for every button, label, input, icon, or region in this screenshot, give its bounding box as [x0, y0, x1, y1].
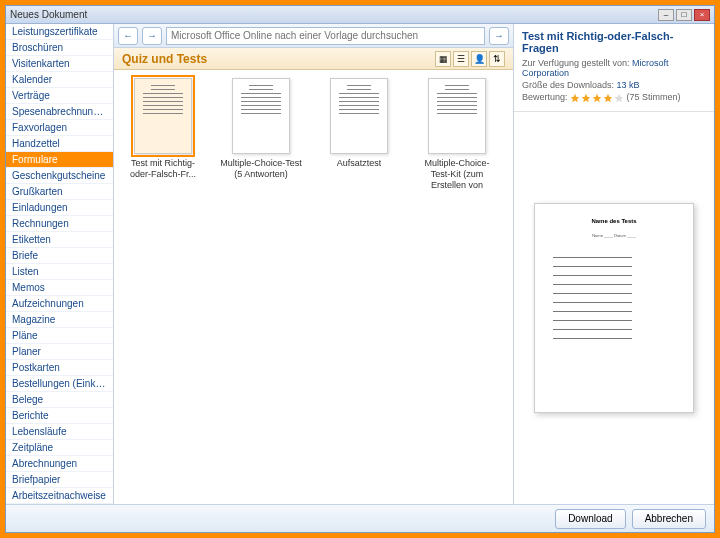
template-label: Multiple-Choice-Test (5 Antworten) [220, 158, 302, 190]
forward-button[interactable]: → [142, 27, 162, 45]
window-title: Neues Dokument [10, 9, 658, 20]
preview-area: Name des Tests Name ____ Datum ____ [514, 112, 714, 504]
titlebar: Neues Dokument – □ × [6, 6, 714, 24]
view-user-icon[interactable]: 👤 [471, 51, 487, 67]
sidebar-item[interactable]: Planer [6, 344, 113, 360]
preview-line [553, 293, 632, 294]
sidebar-item[interactable]: Broschüren [6, 40, 113, 56]
sidebar-item[interactable]: Einladungen [6, 200, 113, 216]
preview-line [553, 257, 632, 258]
dialog-footer: Download Abbrechen [6, 504, 714, 532]
sidebar-item[interactable]: Rechnungen [6, 216, 113, 232]
dialog-window: Neues Dokument – □ × Leistungszertifikat… [5, 5, 715, 533]
arrow-right-icon: → [147, 30, 157, 41]
sidebar-item[interactable]: Berichte [6, 408, 113, 424]
template-label: Test mit Richtig-oder-Falsch-Fr... [122, 158, 204, 190]
category-sidebar[interactable]: LeistungszertifikateBroschürenVisitenkar… [6, 24, 114, 504]
template-gallery: Test mit Richtig-oder-Falsch-Fr...Multip… [114, 70, 513, 504]
sidebar-item[interactable]: Bestellungen (Einkauf) [6, 376, 113, 392]
sidebar-item[interactable]: Kalender [6, 72, 113, 88]
preview-line [553, 311, 632, 312]
rating-label: Bewertung: [522, 92, 568, 102]
back-button[interactable]: ← [118, 27, 138, 45]
toolbar: ← → → [114, 24, 513, 48]
preview-line [553, 329, 632, 330]
search-input[interactable] [166, 27, 485, 45]
sidebar-item[interactable]: Magazine [6, 312, 113, 328]
close-button[interactable]: × [694, 9, 710, 21]
sidebar-item[interactable]: Pläne [6, 328, 113, 344]
template-label: Aufsatztest [337, 158, 382, 190]
sidebar-item[interactable]: Handzettel [6, 136, 113, 152]
minimize-button[interactable]: – [658, 9, 674, 21]
size-label: Größe des Downloads: [522, 80, 614, 90]
sidebar-item[interactable]: Arbeitszeitnachweise [6, 488, 113, 504]
template-thumbnail [428, 78, 486, 154]
sidebar-item[interactable]: Etiketten [6, 232, 113, 248]
sidebar-item[interactable]: Aufzeichnungen [6, 296, 113, 312]
category-title: Quiz und Tests [122, 52, 435, 66]
preview-line [553, 275, 632, 276]
sidebar-item[interactable]: Briefpapier [6, 472, 113, 488]
preview-line [553, 338, 632, 339]
template-item[interactable]: Aufsatztest [318, 78, 400, 190]
dialog-body: LeistungszertifikateBroschürenVisitenkar… [6, 24, 714, 504]
sidebar-item[interactable]: Verträge [6, 88, 113, 104]
preview-line [553, 266, 632, 267]
preview-page: Name des Tests Name ____ Datum ____ [534, 203, 694, 413]
star-icon [614, 93, 624, 103]
details-rating-row: Bewertung: (75 Stimmen) [522, 92, 706, 103]
template-thumbnail [134, 78, 192, 154]
sidebar-item[interactable]: Geschenkgutscheine [6, 168, 113, 184]
details-header: Test mit Richtig-oder-Falsch-Fragen Zur … [514, 24, 714, 112]
cancel-button[interactable]: Abbrechen [632, 509, 706, 529]
details-title: Test mit Richtig-oder-Falsch-Fragen [522, 30, 706, 54]
preview-line [553, 284, 632, 285]
rating-stars [570, 93, 624, 103]
preview-line [553, 302, 632, 303]
download-button[interactable]: Download [555, 509, 625, 529]
template-item[interactable]: Test mit Richtig-oder-Falsch-Fr... [122, 78, 204, 190]
sidebar-item[interactable]: Formulare [6, 152, 113, 168]
maximize-button[interactable]: □ [676, 9, 692, 21]
view-icons: ▦ ☰ 👤 ⇅ [435, 51, 505, 67]
sidebar-item[interactable]: Leistungszertifikate [6, 24, 113, 40]
star-icon [581, 93, 591, 103]
template-item[interactable]: Multiple-Choice-Test-Kit (zum Erstellen … [416, 78, 498, 190]
sidebar-item[interactable]: Abrechnungen [6, 456, 113, 472]
details-panel: Test mit Richtig-oder-Falsch-Fragen Zur … [514, 24, 714, 504]
preview-meta: Name ____ Datum ____ [553, 233, 675, 238]
sidebar-item[interactable]: Briefe [6, 248, 113, 264]
provider-label: Zur Verfügung gestellt von: [522, 58, 630, 68]
preview-line [553, 320, 632, 321]
arrow-right-icon: → [494, 30, 504, 41]
category-header: Quiz und Tests ▦ ☰ 👤 ⇅ [114, 48, 513, 70]
sidebar-item[interactable]: Postkarten [6, 360, 113, 376]
sidebar-item[interactable]: Spesenabrechnungen [6, 104, 113, 120]
search-go-button[interactable]: → [489, 27, 509, 45]
template-item[interactable]: Multiple-Choice-Test (5 Antworten) [220, 78, 302, 190]
details-provider-row: Zur Verfügung gestellt von: Microsoft Co… [522, 58, 706, 78]
view-sort-icon[interactable]: ⇅ [489, 51, 505, 67]
sidebar-item[interactable]: Grußkarten [6, 184, 113, 200]
arrow-left-icon: ← [123, 30, 133, 41]
sidebar-item[interactable]: Zeitpläne [6, 440, 113, 456]
size-value: 13 kB [617, 80, 640, 90]
sidebar-item[interactable]: Faxvorlagen [6, 120, 113, 136]
sidebar-item[interactable]: Lebensläufe [6, 424, 113, 440]
sidebar-item[interactable]: Visitenkarten [6, 56, 113, 72]
star-icon [592, 93, 602, 103]
view-list-icon[interactable]: ☰ [453, 51, 469, 67]
template-label: Multiple-Choice-Test-Kit (zum Erstellen … [416, 158, 498, 190]
sidebar-item[interactable]: Memos [6, 280, 113, 296]
template-thumbnail [330, 78, 388, 154]
preview-page-title: Name des Tests [553, 218, 675, 224]
view-thumbnails-icon[interactable]: ▦ [435, 51, 451, 67]
star-icon [603, 93, 613, 103]
rating-votes: (75 Stimmen) [627, 92, 681, 102]
details-size-row: Größe des Downloads: 13 kB [522, 80, 706, 90]
main-panel: ← → → Quiz und Tests ▦ ☰ 👤 ⇅ T [114, 24, 514, 504]
sidebar-item[interactable]: Listen [6, 264, 113, 280]
sidebar-item[interactable]: Belege [6, 392, 113, 408]
template-thumbnail [232, 78, 290, 154]
